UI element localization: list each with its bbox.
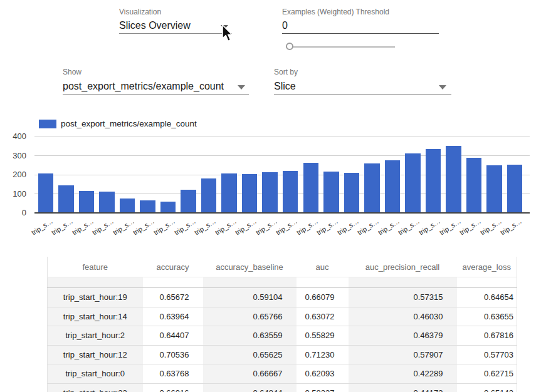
bar[interactable] bbox=[221, 173, 237, 213]
y-tick-label: 100 bbox=[3, 189, 26, 199]
metric-cell: 0.42289 bbox=[349, 364, 457, 384]
metric-cell: 0.46030 bbox=[349, 307, 457, 326]
bar[interactable] bbox=[262, 172, 278, 213]
column-header-feature[interactable]: feature bbox=[48, 257, 143, 277]
chevron-down-icon bbox=[238, 85, 245, 90]
y-tick-label: 300 bbox=[3, 151, 26, 161]
filter-cell bbox=[297, 277, 349, 288]
metric-cell: 0.58337 bbox=[297, 383, 349, 392]
chevron-down-icon bbox=[439, 85, 446, 90]
filter-cell bbox=[48, 277, 143, 288]
metric-cell: 0.67816 bbox=[457, 326, 517, 346]
bar[interactable] bbox=[323, 172, 339, 213]
metric-cell: 0.46379 bbox=[349, 326, 457, 346]
table-row: trip_start_hour:230.660160.648440.583370… bbox=[48, 383, 517, 392]
column-header-accuracy_baseline[interactable]: accuracy_baseline bbox=[203, 257, 297, 277]
metric-cell: 0.66016 bbox=[143, 383, 203, 392]
bar[interactable] bbox=[466, 158, 482, 213]
metric-cell: 0.44173 bbox=[349, 383, 457, 392]
column-header-accuracy[interactable]: accuracy bbox=[143, 257, 203, 277]
bar[interactable] bbox=[58, 185, 74, 213]
y-tick-label: 0 bbox=[3, 208, 26, 218]
metric-cell: 0.57315 bbox=[349, 288, 457, 307]
bar[interactable] bbox=[507, 165, 523, 213]
bar[interactable] bbox=[446, 146, 461, 213]
table-row: trip_start_hour:190.656720.591040.660790… bbox=[48, 288, 517, 307]
legend-swatch bbox=[39, 120, 56, 128]
visualization-value[interactable]: Slices Overview bbox=[119, 20, 191, 31]
metric-cell: 0.63768 bbox=[143, 364, 203, 384]
bar[interactable] bbox=[486, 165, 502, 213]
slider-handle[interactable] bbox=[286, 43, 293, 50]
bar[interactable] bbox=[385, 160, 401, 213]
slider-track[interactable] bbox=[286, 46, 395, 48]
metrics-table-container: featureaccuracyaccuracy_baselineaucauc_p… bbox=[47, 257, 517, 392]
feature-cell: trip_start_hour:0 bbox=[48, 364, 143, 384]
chart-x-axis-line bbox=[34, 212, 530, 214]
feature-cell: trip_start_hour:23 bbox=[48, 383, 143, 392]
y-tick-label: 400 bbox=[3, 132, 26, 142]
metric-cell: 0.57907 bbox=[349, 345, 457, 364]
bar[interactable] bbox=[120, 199, 135, 213]
column-header-auc[interactable]: auc bbox=[297, 257, 349, 277]
bar[interactable] bbox=[79, 191, 95, 213]
filter-cell bbox=[203, 277, 297, 288]
mouse-cursor-icon bbox=[221, 24, 233, 43]
metric-cell: 0.65625 bbox=[203, 345, 297, 364]
visualization-underline bbox=[119, 33, 232, 34]
threshold-input-underline bbox=[282, 33, 439, 34]
bar[interactable] bbox=[99, 192, 115, 213]
metric-cell: 0.64654 bbox=[457, 288, 517, 307]
bar[interactable] bbox=[201, 178, 217, 213]
example-count-bar-chart: post_export_metrics/example_count 010020… bbox=[0, 116, 541, 249]
threshold-label: Examples (Weighted) Threshold bbox=[282, 8, 389, 16]
column-header-auc_precision_recall[interactable]: auc_precision_recall bbox=[349, 257, 457, 277]
filter-cell bbox=[457, 277, 517, 288]
metric-cell: 0.62093 bbox=[297, 364, 349, 384]
metric-cell: 0.63964 bbox=[143, 307, 203, 326]
metric-cell: 0.63655 bbox=[457, 307, 517, 326]
filter-cell bbox=[349, 277, 457, 288]
gridline bbox=[34, 137, 530, 137]
bar[interactable] bbox=[242, 174, 258, 213]
table-row: trip_start_hour:00.637680.666670.620930.… bbox=[48, 364, 517, 384]
bar[interactable] bbox=[303, 163, 319, 213]
threshold-input[interactable]: 0 bbox=[282, 20, 288, 31]
metric-cell: 0.64407 bbox=[143, 326, 203, 346]
metric-cell: 0.57703 bbox=[457, 345, 517, 364]
bar[interactable] bbox=[344, 173, 360, 213]
bar[interactable] bbox=[140, 200, 155, 213]
bar[interactable] bbox=[426, 149, 441, 213]
table-row: trip_start_hour:20.644070.635590.558290.… bbox=[48, 326, 517, 346]
column-header-average_loss[interactable]: average_loss bbox=[457, 257, 517, 277]
metric-cell: 0.63559 bbox=[203, 326, 297, 346]
filter-cell bbox=[143, 277, 203, 288]
bar[interactable] bbox=[283, 171, 298, 213]
y-tick-label: 200 bbox=[3, 170, 26, 180]
feature-cell: trip_start_hour:19 bbox=[48, 288, 143, 307]
feature-cell: trip_start_hour:12 bbox=[48, 345, 143, 364]
metric-cell: 0.59104 bbox=[203, 288, 297, 307]
table-header-row: featureaccuracyaccuracy_baselineaucauc_p… bbox=[48, 257, 517, 277]
bar[interactable] bbox=[405, 153, 421, 213]
feature-cell: trip_start_hour:14 bbox=[48, 307, 143, 326]
bar[interactable] bbox=[160, 202, 176, 213]
metric-cell: 0.66079 bbox=[297, 288, 349, 307]
bar[interactable] bbox=[364, 163, 380, 213]
metric-cell: 0.64844 bbox=[203, 383, 297, 392]
sort-by-value[interactable]: Slice bbox=[274, 81, 296, 92]
bar[interactable] bbox=[181, 190, 196, 213]
table-row: trip_start_hour:120.705360.656250.712300… bbox=[48, 345, 517, 364]
metric-cell: 0.65766 bbox=[203, 307, 297, 326]
bar[interactable] bbox=[38, 173, 54, 213]
metric-cell: 0.66667 bbox=[203, 364, 297, 384]
show-label: Show bbox=[63, 68, 81, 76]
metric-cell: 0.63072 bbox=[297, 307, 349, 326]
legend-label: post_export_metrics/example_count bbox=[61, 119, 197, 128]
metric-cell: 0.65142 bbox=[457, 383, 517, 392]
metric-cell: 0.65672 bbox=[143, 288, 203, 307]
metric-cell: 0.70536 bbox=[143, 345, 203, 364]
filter-row bbox=[48, 277, 517, 288]
metric-cell: 0.71230 bbox=[297, 345, 349, 364]
show-value[interactable]: post_export_metrics/example_count bbox=[63, 81, 224, 92]
